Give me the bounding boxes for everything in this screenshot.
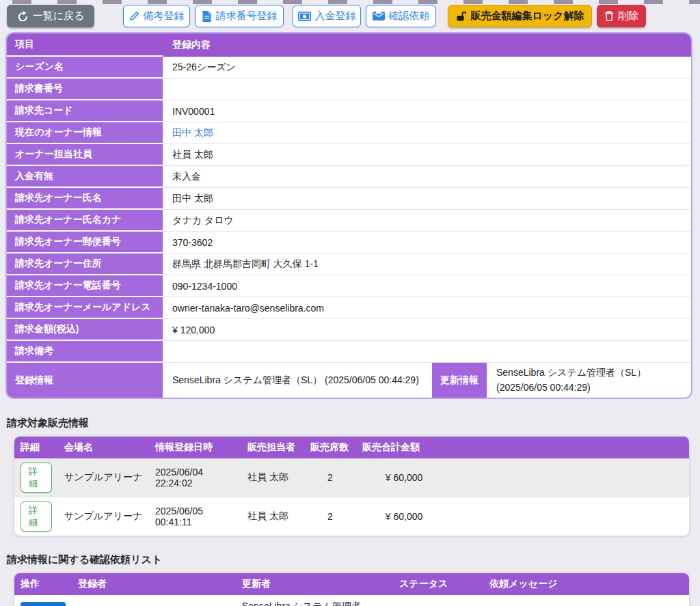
note-register-label: 備考登録 xyxy=(144,10,185,23)
row-label: シーズン名 xyxy=(7,57,163,79)
sales-staff: 社員 太郎 xyxy=(241,458,304,497)
row-label: 請求先オーナー氏名カナ xyxy=(7,210,163,232)
sales-detail-button[interactable]: 詳細 xyxy=(21,501,52,532)
request-registrant: SenseLibra システム管理者（SL） （ 2025/06/06 00:3… xyxy=(72,595,236,606)
sales-registered-at: 2025/06/05 00:41:11 xyxy=(149,497,241,536)
row-label: 請求先オーナーメールアドレス xyxy=(7,297,163,319)
mail-icon xyxy=(373,11,385,21)
sales-section-title: 請求対象販売情報 xyxy=(7,417,700,430)
row-value: 社員 太郎 xyxy=(163,144,691,166)
row-value: ¥ 120,000 xyxy=(163,319,691,341)
toolbar: 一覧に戻る 備考登録 請求番号登録 入金登録 確認依頼 販売金額編集ロック解除 … xyxy=(0,0,700,30)
row-value: 090-1234-1000 xyxy=(163,275,691,297)
sales-total: ¥ 60,000 xyxy=(356,497,452,536)
detail-row-owner-email: 請求先オーナーメールアドレス owner-tanaka-taro@senseli… xyxy=(7,297,691,319)
requests-header-updater: 更新者 xyxy=(236,573,393,595)
detail-row-owner-kana: 請求先オーナー氏名カナ タナカ タロウ xyxy=(7,210,691,232)
back-to-list-label: 一覧に戻る xyxy=(33,10,85,23)
sales-table: 詳細 会場名 情報登録日時 販売担当者 販売席数 販売合計金額 詳細 サンプルア… xyxy=(14,437,689,536)
delete-label: 削除 xyxy=(618,10,638,23)
handled-button[interactable]: 対応済 xyxy=(21,602,66,606)
requests-header-row: 操作 登録者 更新者 ステータス 依頼メッセージ xyxy=(14,573,689,595)
unlock-icon xyxy=(455,11,466,22)
banknote-icon xyxy=(298,12,311,21)
requests-section-title: 請求情報に関する確認依頼リスト xyxy=(7,553,700,566)
update-info-label: 更新情報 xyxy=(431,363,488,398)
sales-amount-unlock-button[interactable]: 販売金額編集ロック解除 xyxy=(448,5,592,27)
detail-header-content: 登録内容 xyxy=(163,33,691,57)
invoice-detail-table: 項目 登録内容 シーズン名 25-26シーズン 請求書番号 請求先コード INV… xyxy=(5,32,692,399)
row-label: 請求先オーナー住所 xyxy=(7,253,163,275)
invoice-number-register-button[interactable]: 請求番号登録 xyxy=(195,5,284,27)
row-label: 入金有無 xyxy=(7,166,163,188)
request-message: 入金が遅れているため、オーナー様に確認の連絡をお願いします。 xyxy=(483,595,689,606)
row-label: 請求先オーナー氏名 xyxy=(7,188,163,210)
requests-header-status: ステータス xyxy=(393,573,483,595)
row-value xyxy=(163,79,691,100)
delete-button[interactable]: 削除 xyxy=(597,5,646,27)
note-register-button[interactable]: 備考登録 xyxy=(123,5,190,27)
back-to-list-button[interactable]: 一覧に戻る xyxy=(7,5,94,27)
row-label: 請求金額(税込) xyxy=(7,319,163,341)
payment-register-label: 入金登録 xyxy=(315,10,356,23)
registration-value: SenseLibra システム管理者（SL） (2025/06/05 00:44… xyxy=(163,363,431,398)
detail-row-payment-status: 入金有無 未入金 xyxy=(7,166,691,188)
row-value: 田中 太郎 xyxy=(163,188,691,210)
row-label: 請求先コード xyxy=(7,100,163,122)
row-label: 請求書番号 xyxy=(7,79,163,100)
requests-table: 操作 登録者 更新者 ステータス 依頼メッセージ 対応済 取 消 SenseLi… xyxy=(14,573,689,606)
sales-header-venue: 会場名 xyxy=(58,437,149,458)
sales-total: ¥ 60,000 xyxy=(356,458,452,497)
update-info-value: SenseLibra システム管理者（SL） (2025/06/05 00:44… xyxy=(488,363,691,398)
detail-row-owner-phone: 請求先オーナー電話番号 090-1234-1000 xyxy=(7,275,691,297)
detail-row-registration-info: 登録情報 SenseLibra システム管理者（SL） (2025/06/05 … xyxy=(7,363,691,398)
sales-header-row: 詳細 会場名 情報登録日時 販売担当者 販売席数 販売合計金額 xyxy=(14,437,689,458)
trash-icon xyxy=(604,11,614,21)
detail-row-season: シーズン名 25-26シーズン xyxy=(7,57,691,79)
row-value: 25-26シーズン xyxy=(163,57,691,79)
detail-row-owner-address: 請求先オーナー住所 群馬県 北群馬郡吉岡町 大久保 1-1 xyxy=(7,253,691,275)
requests-header-operation: 操作 xyxy=(14,573,72,595)
sales-header-seats: 販売席数 xyxy=(304,437,356,458)
sales-header-registered-at: 情報登録日時 xyxy=(149,437,241,458)
row-label: 現在のオーナー情報 xyxy=(7,122,163,144)
row-value: owner-tanaka-taro@senselibra.com xyxy=(163,297,691,319)
sales-seats: 2 xyxy=(304,458,356,497)
detail-row-billing-amount: 請求金額(税込) ¥ 120,000 xyxy=(7,319,691,341)
sales-header-staff: 販売担当者 xyxy=(241,437,304,458)
row-label: 請求備考 xyxy=(7,341,163,363)
detail-row-invoice-number: 請求書番号 xyxy=(7,79,691,100)
update-info-line2: (2025/06/05 00:44:29) xyxy=(496,381,683,396)
sales-header-detail: 詳細 xyxy=(14,437,58,458)
row-label: 請求先オーナー電話番号 xyxy=(7,275,163,297)
detail-row-current-owner: 現在のオーナー情報 田中 太郎 xyxy=(7,122,691,144)
detail-header-item: 項目 xyxy=(7,33,163,57)
detail-row-owner-name: 請求先オーナー氏名 田中 太郎 xyxy=(7,188,691,210)
request-row: 対応済 取 消 SenseLibra システム管理者（SL） （ 2025/06… xyxy=(14,595,689,606)
sales-header-total: 販売合計金額 xyxy=(356,437,452,458)
sales-amount-unlock-label: 販売金額編集ロック解除 xyxy=(470,10,584,23)
request-updater: SenseLibra システム管理者（SL） （2025/06/06 00:31… xyxy=(236,595,393,606)
payment-register-button[interactable]: 入金登録 xyxy=(293,5,361,27)
update-info-line1: SenseLibra システム管理者（SL） xyxy=(496,366,683,381)
sales-registered-at: 2025/06/04 22:24:02 xyxy=(149,458,241,497)
request-updater-name: SenseLibra システム管理者（SL） xyxy=(242,601,361,606)
sales-venue: サンプルアリーナ xyxy=(58,497,149,536)
row-value xyxy=(163,341,691,363)
row-value: タナカ タロウ xyxy=(163,210,691,232)
sales-staff: 社員 太郎 xyxy=(241,497,304,536)
confirm-request-button[interactable]: 確認依頼 xyxy=(366,5,436,27)
detail-row-billing-note: 請求備考 xyxy=(7,341,691,363)
row-value: 群馬県 北群馬郡吉岡町 大久保 1-1 xyxy=(163,253,691,275)
detail-row-billing-code: 請求先コード INV00001 xyxy=(7,100,691,122)
owner-link[interactable]: 田中 太郎 xyxy=(172,127,213,139)
sales-venue: サンプルアリーナ xyxy=(58,458,149,497)
row-value: 370-3602 xyxy=(163,232,691,253)
sales-detail-button[interactable]: 詳細 xyxy=(21,463,52,493)
sales-row: 詳細 サンプルアリーナ 2025/06/04 22:24:02 社員 太郎 2 … xyxy=(14,458,689,497)
sales-seats: 2 xyxy=(304,497,356,536)
invoice-number-register-label: 請求番号登録 xyxy=(216,10,278,23)
row-label: オーナー担当社員 xyxy=(7,144,163,166)
row-label: 請求先オーナー郵便番号 xyxy=(7,232,163,253)
confirm-request-label: 確認依頼 xyxy=(389,10,430,23)
